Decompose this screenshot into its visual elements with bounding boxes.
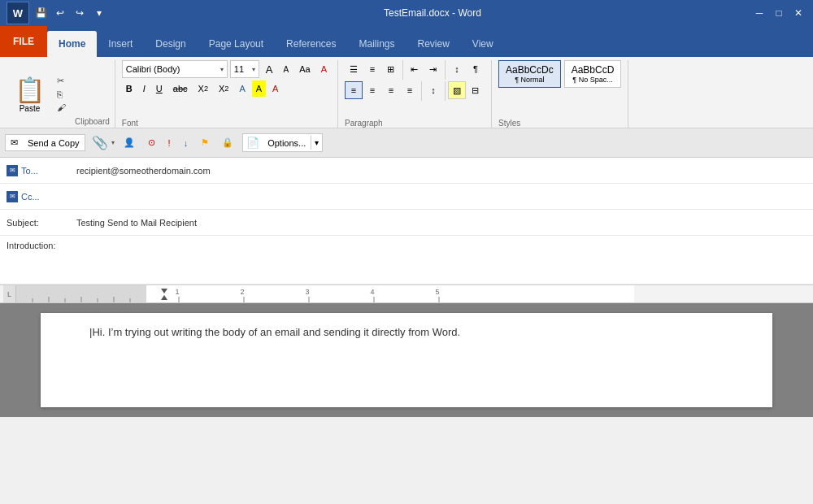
- styles-group: AaBbCcDc ¶ Normal AaBbCcD ¶ No Spac... S…: [492, 60, 628, 128]
- priority-low-button[interactable]: ↓: [178, 135, 194, 151]
- undo-title-icon[interactable]: ↩: [52, 5, 68, 21]
- priority-high-button[interactable]: !: [163, 135, 176, 151]
- shading-button[interactable]: ▧: [448, 81, 466, 99]
- decrease-indent-button[interactable]: ⇤: [406, 60, 424, 78]
- cc-icon: ✉: [7, 191, 18, 202]
- strikethrough-button[interactable]: abc: [169, 80, 192, 97]
- document-page[interactable]: |Hi. I’m trying out writing the body of …: [41, 313, 772, 407]
- svg-text:1: 1: [175, 288, 179, 296]
- check-names-button[interactable]: 👤: [118, 134, 141, 151]
- tab-mailings[interactable]: Mailings: [347, 31, 406, 57]
- copy-button[interactable]: ⎘: [54, 89, 68, 100]
- font-size-selector[interactable]: 11 ▾: [230, 60, 259, 78]
- clipboard-label: Clipboard: [72, 117, 110, 128]
- cc-input[interactable]: [73, 189, 813, 205]
- ruler-marks: 1 2 3 4 5: [16, 285, 810, 302]
- ruler-l-label: L: [3, 285, 16, 302]
- follow-up-button[interactable]: ⚑: [195, 134, 215, 151]
- subscript-button[interactable]: X2: [194, 80, 212, 97]
- font-family-selector[interactable]: Calibri (Body) ▾: [122, 60, 228, 78]
- tab-references[interactable]: References: [275, 31, 347, 57]
- subject-field-row: Subject:: [0, 210, 813, 236]
- introduction-label: Introduction:: [0, 236, 73, 254]
- italic-button[interactable]: I: [139, 80, 150, 97]
- style-normal-label: ¶ Normal: [506, 76, 554, 84]
- font-group: Calibri (Body) ▾ 11 ▾ A A Aa A B I U abc…: [115, 60, 338, 128]
- bullet-list-button[interactable]: ☰: [345, 60, 363, 78]
- paste-label: Paste: [20, 104, 41, 113]
- show-formatting-button[interactable]: ¶: [467, 60, 485, 78]
- font-family-arrow: ▾: [220, 66, 224, 73]
- font-color2-button[interactable]: A: [268, 80, 282, 97]
- ribbon-tabs: FILE Home Insert Design Page Layout Refe…: [0, 26, 813, 57]
- introduction-input[interactable]: [73, 239, 813, 255]
- numbered-list-button[interactable]: ≡: [363, 60, 381, 78]
- border-button[interactable]: ⊟: [467, 81, 485, 99]
- flag-button[interactable]: ⊙: [142, 134, 161, 151]
- highlight-button[interactable]: A: [252, 80, 266, 97]
- to-label: ✉ To...: [0, 162, 73, 180]
- change-case-button[interactable]: Aa: [295, 61, 314, 77]
- style-normal-preview: AaBbCcDc: [506, 64, 554, 76]
- mail-toolbar: ✉ Send a Copy 📎 ▾ 👤 ⊙ ! ↓ ⚑ 🔒 📄 Options.…: [0, 128, 813, 158]
- style-no-spacing[interactable]: AaBbCcD ¶ No Spac...: [564, 60, 622, 88]
- grow-font-button[interactable]: A: [262, 61, 277, 77]
- title-bar: W 💾 ↩ ↪ ▾ TestEmail.docx - Word ─ □ ✕: [0, 0, 813, 26]
- underline-button[interactable]: U: [152, 80, 167, 97]
- window-title: TestEmail.docx - Word: [384, 7, 481, 19]
- increase-indent-button[interactable]: ⇥: [424, 60, 442, 78]
- bold-button[interactable]: B: [122, 80, 137, 97]
- customize-title-icon[interactable]: ▾: [91, 5, 107, 21]
- align-right-button[interactable]: ≡: [382, 81, 400, 99]
- close-button[interactable]: ✕: [790, 5, 806, 21]
- font-color-button[interactable]: A: [235, 80, 249, 97]
- tab-file[interactable]: FILE: [0, 26, 47, 57]
- send-copy-area[interactable]: ✉ Send a Copy: [5, 134, 85, 151]
- subject-input[interactable]: [73, 215, 813, 231]
- paragraph-label: Paragraph: [345, 117, 383, 128]
- tab-review[interactable]: Review: [406, 31, 461, 57]
- options-icon: 📄: [243, 134, 263, 151]
- document-area: |Hi. I’m trying out writing the body of …: [0, 303, 813, 417]
- to-input[interactable]: [73, 163, 813, 179]
- outline-list-button[interactable]: ⊞: [382, 60, 400, 78]
- para-sep-3: [421, 81, 422, 101]
- envelope-icon: ✉: [6, 135, 23, 150]
- clipboard-group: 📋 Paste ✂ ⎘ 🖌 Clipboard: [3, 60, 115, 128]
- attach-button[interactable]: 📎 ▾: [89, 133, 115, 152]
- to-icon: ✉: [7, 165, 18, 176]
- para-row-2: ≡ ≡ ≡ ≡ ↕ ▧ ⊟: [345, 81, 485, 101]
- tab-design[interactable]: Design: [144, 31, 197, 57]
- tab-home[interactable]: Home: [47, 31, 97, 57]
- line-spacing-button[interactable]: ↕: [424, 81, 442, 99]
- paste-icon: 📋: [15, 76, 45, 104]
- tab-page-layout[interactable]: Page Layout: [198, 31, 275, 57]
- shrink-font-button[interactable]: A: [279, 61, 293, 77]
- save-title-icon[interactable]: 💾: [33, 5, 49, 21]
- tab-insert[interactable]: Insert: [97, 31, 144, 57]
- maximize-button[interactable]: □: [771, 5, 787, 21]
- superscript-button[interactable]: X2: [215, 80, 233, 97]
- clear-format-button[interactable]: A: [317, 61, 331, 77]
- font-label: Font: [122, 117, 138, 128]
- options-dropdown-arrow[interactable]: ▾: [311, 136, 322, 150]
- copy-icon: ⎘: [57, 89, 63, 99]
- style-normal[interactable]: AaBbCcDc ¶ Normal: [498, 60, 561, 88]
- security-button[interactable]: 🔒: [216, 134, 239, 151]
- justify-button[interactable]: ≡: [401, 81, 419, 99]
- sort-button[interactable]: ↕: [448, 60, 466, 78]
- minimize-button[interactable]: ─: [751, 5, 767, 21]
- para-row-1: ☰ ≡ ⊞ ⇤ ⇥ ↕ ¶: [345, 60, 485, 80]
- tab-view[interactable]: View: [461, 31, 505, 57]
- paragraph-group: ☰ ≡ ⊞ ⇤ ⇥ ↕ ¶ ≡ ≡ ≡ ≡ ↕ ▧ ⊟ Pa: [338, 60, 492, 128]
- align-center-button[interactable]: ≡: [363, 81, 381, 99]
- align-left-button[interactable]: ≡: [345, 81, 363, 99]
- mail-extra-buttons: 👤 ⊙ ! ↓ ⚑ 🔒: [118, 134, 240, 151]
- redo-title-icon[interactable]: ↪: [72, 5, 88, 21]
- cut-button[interactable]: ✂: [54, 75, 68, 87]
- email-header: ✉ To... ✉ Cc... Subject: Introduction:: [0, 158, 813, 285]
- cc-label: ✉ Cc...: [0, 188, 73, 206]
- format-painter-button[interactable]: 🖌: [54, 102, 68, 113]
- options-dropdown-button[interactable]: 📄 Options... ▾: [242, 133, 323, 152]
- paste-button[interactable]: 📋 Paste: [8, 60, 51, 128]
